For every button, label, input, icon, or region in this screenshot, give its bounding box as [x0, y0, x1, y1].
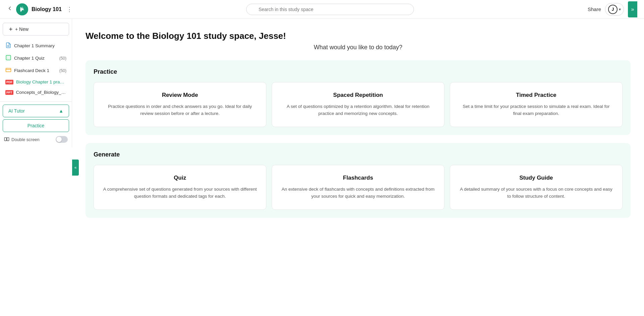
study-guide-card[interactable]: Study Guide A detailed summary of your s… [450, 165, 623, 210]
spaced-repetition-desc: A set of questions optimized by a retent… [280, 103, 436, 117]
svg-rect-7 [6, 55, 11, 60]
sidebar-item-count: (50) [59, 68, 66, 73]
double-screen-icon [4, 137, 9, 142]
flashcard-icon [5, 67, 11, 74]
quiz-icon [5, 55, 11, 62]
sidebar-bottom: AI Tutor ▲ Practice Double screen [0, 102, 72, 147]
sidebar-item-label: Flashcard Deck 1 [14, 68, 57, 73]
double-screen-toggle[interactable] [56, 136, 68, 143]
search-wrapper [246, 4, 414, 15]
review-mode-title: Review Mode [102, 92, 258, 99]
timed-practice-card[interactable]: Timed Practice Set a time limit for your… [450, 82, 623, 127]
app-logo [16, 3, 28, 15]
study-guide-title: Study Guide [458, 175, 614, 181]
welcome-title: Welcome to the Biology 101 study space, … [86, 31, 631, 41]
sidebar-item-label: Concepts_of_Biology_Chap... [16, 90, 66, 95]
sidebar-item-count: (50) [59, 56, 66, 61]
svg-rect-11 [7, 138, 9, 141]
generate-section-title: Generate [94, 151, 623, 158]
sidebar-collapse-tab[interactable]: « [72, 160, 79, 176]
quiz-title: Quiz [102, 175, 258, 181]
flashcards-title: Flashcards [280, 175, 436, 181]
spaced-repetition-title: Spaced Repetition [280, 92, 436, 99]
sidebar-item-label: Chapter 1 Quiz [14, 56, 57, 61]
quiz-card[interactable]: Quiz A comprehensive set of questions ge… [94, 165, 266, 210]
search-bar [72, 4, 588, 15]
practice-section-title: Practice [94, 68, 623, 75]
generate-cards-row: Quiz A comprehensive set of questions ge… [94, 165, 623, 210]
sidebar-item-flashcard-deck[interactable]: Flashcard Deck 1 (50) [3, 64, 69, 77]
chevron-down-icon: ▾ [619, 7, 621, 12]
toggle-thumb [56, 137, 62, 142]
new-button-label: + New [15, 26, 29, 32]
ppt-icon: PPT [5, 90, 13, 95]
new-button[interactable]: + New [3, 23, 69, 36]
header: Biology 101 ⋮ Share J ▾ » [0, 0, 644, 19]
flashcards-desc: An extensive deck of flashcards with con… [280, 186, 436, 200]
timed-practice-desc: Set a time limit for your practice sessi… [458, 103, 614, 117]
double-screen-row: Double screen [3, 134, 69, 145]
sidebar-content: + New Chapter 1 Summary Chapter 1 Quiz (… [0, 19, 72, 102]
practice-button[interactable]: Practice [3, 119, 69, 132]
pdf-icon: PDF [5, 80, 13, 84]
timed-practice-title: Timed Practice [458, 92, 614, 99]
double-screen-label: Double screen [4, 137, 53, 142]
header-right: Share J ▾ » [588, 1, 637, 17]
sidebar-item-label: Biology Chapter 1 practice t... [16, 79, 66, 84]
svg-rect-10 [4, 138, 6, 141]
practice-cards-row: Review Mode Practice questions in order … [94, 82, 623, 127]
svg-rect-8 [6, 68, 11, 72]
main-content: Welcome to the Biology 101 study space, … [72, 19, 644, 316]
quiz-desc: A comprehensive set of questions generat… [102, 186, 258, 200]
sidebar-item-chapter1-quiz[interactable]: Chapter 1 Quiz (50) [3, 52, 69, 64]
sidebar-item-concepts-biology[interactable]: PPT Concepts_of_Biology_Chap... [3, 87, 69, 98]
generate-section: Generate Quiz A comprehensive set of que… [86, 143, 631, 218]
doc-icon [5, 42, 11, 49]
header-left: Biology 101 ⋮ [7, 3, 72, 15]
sidebar-item-chapter1-summary[interactable]: Chapter 1 Summary [3, 40, 69, 52]
layout: + New Chapter 1 Summary Chapter 1 Quiz (… [0, 19, 644, 316]
welcome-subtitle: What would you like to do today? [86, 44, 631, 51]
share-button[interactable]: Share [588, 6, 601, 12]
sidebar: + New Chapter 1 Summary Chapter 1 Quiz (… [0, 19, 72, 147]
sidebar-item-biology-practice[interactable]: PDF Biology Chapter 1 practice t... [3, 77, 69, 87]
more-button[interactable]: ⋮ [66, 6, 72, 13]
avatar: J [608, 5, 618, 14]
avatar-button[interactable]: J ▾ [605, 3, 624, 16]
review-mode-card[interactable]: Review Mode Practice questions in order … [94, 82, 266, 127]
practice-section: Practice Review Mode Practice questions … [86, 60, 631, 135]
spaced-repetition-card[interactable]: Spaced Repetition A set of questions opt… [272, 82, 444, 127]
sidebar-wrapper: + New Chapter 1 Summary Chapter 1 Quiz (… [0, 19, 72, 316]
search-input[interactable] [246, 4, 414, 15]
back-button[interactable] [7, 5, 13, 13]
practice-label: Practice [28, 123, 45, 128]
review-mode-desc: Practice questions in order and check an… [102, 103, 258, 117]
app-title: Biology 101 [32, 6, 62, 12]
ai-tutor-button[interactable]: AI Tutor ▲ [3, 105, 69, 117]
study-guide-desc: A detailed summary of your sources with … [458, 186, 614, 200]
flashcards-card[interactable]: Flashcards An extensive deck of flashcar… [272, 165, 444, 210]
ai-tutor-label: AI Tutor [8, 108, 25, 114]
right-collapse-button[interactable]: » [628, 1, 637, 17]
sidebar-item-label: Chapter 1 Summary [14, 43, 66, 48]
chevron-up-icon: ▲ [59, 108, 63, 114]
